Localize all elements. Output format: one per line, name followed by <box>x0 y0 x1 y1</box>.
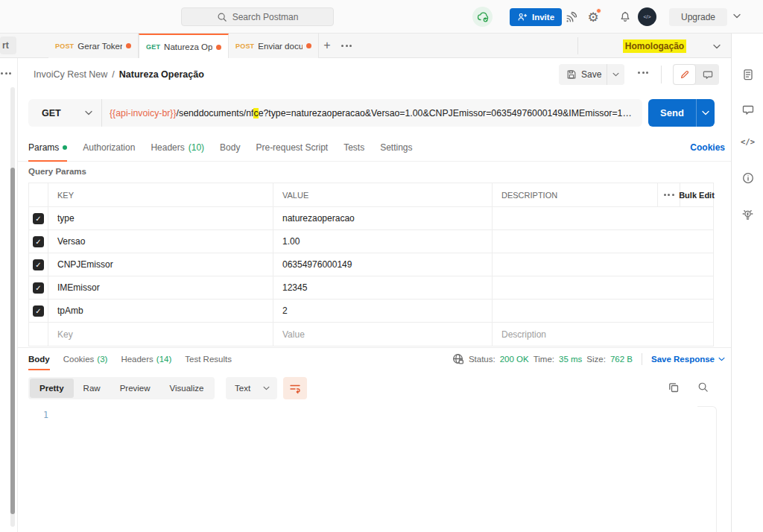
url-row: GET {{api-invoicy-br}}/senddocuments/nfc… <box>18 91 731 134</box>
description-cell[interactable] <box>493 207 713 229</box>
description-cell[interactable] <box>493 300 713 322</box>
global-search[interactable]: Search Postman <box>181 7 334 26</box>
open-request-tabs: POST Gerar Token GET Natureza Operação P… <box>48 34 319 58</box>
api-network-button[interactable] <box>564 10 577 24</box>
tab-pre-request-script[interactable]: Pre-request Script <box>256 134 328 161</box>
chevron-down-icon <box>263 386 270 390</box>
sidebar-more-icon[interactable] <box>1 72 11 75</box>
response-scrollbar-track[interactable] <box>716 412 717 532</box>
key-cell[interactable]: tpAmb <box>48 300 273 322</box>
tab-authorization[interactable]: Authorization <box>83 134 135 161</box>
breadcrumb-collection[interactable]: InvoiCy Rest New <box>34 69 107 80</box>
view-raw[interactable]: Raw <box>74 379 110 398</box>
search-icon <box>217 12 227 22</box>
response-tab-body[interactable]: Body <box>28 348 50 370</box>
value-cell[interactable]: 2 <box>273 300 493 322</box>
postman-app: Search Postman Invite ⚙ <box>0 0 763 532</box>
row-checkbox-empty <box>29 323 48 346</box>
search-response-button[interactable] <box>697 381 709 393</box>
row-checkbox[interactable]: ✓ <box>33 282 44 294</box>
response-tab-test-results[interactable]: Test Results <box>185 348 232 370</box>
comment-mode-button[interactable] <box>696 64 719 85</box>
key-cell[interactable]: Versao <box>48 230 273 253</box>
modified-dot-icon <box>63 145 67 150</box>
bulk-edit-label: Bulk Edit <box>679 191 715 200</box>
send-menu-button[interactable] <box>696 99 715 127</box>
tab-natureza-operacao[interactable]: GET Natureza Operação <box>139 34 229 59</box>
upgrade-label: Upgrade <box>681 12 715 22</box>
view-visualize[interactable]: Visualize <box>160 379 214 398</box>
view-pretty[interactable]: Pretty <box>30 379 74 398</box>
new-tab-button[interactable]: + <box>319 37 335 54</box>
save-button[interactable]: Save <box>559 69 607 80</box>
tab-tests[interactable]: Tests <box>343 134 364 161</box>
row-checkbox[interactable]: ✓ <box>33 259 44 270</box>
chevron-down-icon <box>612 72 619 77</box>
pm-lightbulb-button[interactable] <box>732 209 763 221</box>
tab-label: Body <box>220 142 240 153</box>
tab-enviar-documento[interactable]: POST Enviar document... <box>229 34 319 58</box>
notifications-button[interactable] <box>618 10 632 24</box>
chevron-down-icon <box>85 110 92 115</box>
request-info-button[interactable] <box>732 172 763 184</box>
request-more-actions-button[interactable] <box>638 72 648 74</box>
tab-options-button[interactable] <box>341 45 352 47</box>
tab-gerar-token[interactable]: POST Gerar Token <box>48 34 139 58</box>
settings-button[interactable]: ⚙ <box>586 10 600 24</box>
sidebar-scrollbar-thumb[interactable] <box>10 168 15 514</box>
tab-method: POST <box>235 42 254 50</box>
value-cell[interactable]: 1.00 <box>273 230 493 253</box>
invite-button[interactable]: Invite <box>510 8 562 26</box>
notification-dot <box>596 8 601 13</box>
value-cell[interactable]: 06354976000149 <box>273 253 493 276</box>
response-body-editor[interactable]: 1 <box>18 406 731 532</box>
edit-mode-button[interactable] <box>673 64 696 85</box>
time-value[interactable]: 35 ms <box>559 355 582 364</box>
save-menu-button[interactable] <box>607 64 624 85</box>
tab-body[interactable]: Body <box>220 134 240 161</box>
key-cell[interactable]: CNPJEmissor <box>48 253 273 276</box>
row-checkbox[interactable]: ✓ <box>33 213 44 224</box>
save-response-button[interactable]: Save Response <box>651 355 725 364</box>
tab-params[interactable]: Params <box>28 134 67 161</box>
globe-lock-icon <box>452 353 464 365</box>
upgrade-button[interactable]: Upgrade <box>669 8 727 26</box>
description-cell[interactable] <box>493 230 713 253</box>
method-selector[interactable]: GET <box>28 99 102 127</box>
tab-headers[interactable]: Headers (10) <box>151 134 204 161</box>
description-cell[interactable] <box>493 253 713 276</box>
key-cell[interactable]: IMEmissor <box>48 276 273 299</box>
column-options-button[interactable] <box>657 183 680 206</box>
avatar[interactable]: </> <box>638 7 656 26</box>
code-snippet-button[interactable]: </> <box>732 137 763 146</box>
response-tab-cookies[interactable]: Cookies (3) <box>63 348 108 370</box>
wrap-lines-button[interactable] <box>283 377 307 399</box>
send-button[interactable]: Send <box>648 99 696 127</box>
view-preview[interactable]: Preview <box>110 379 160 398</box>
upgrade-menu-button[interactable] <box>733 13 741 19</box>
key-cell[interactable]: type <box>48 207 273 229</box>
import-button-clipped[interactable]: rt <box>0 37 16 54</box>
row-checkbox[interactable]: ✓ <box>33 305 44 317</box>
value-cell[interactable]: naturezaoperacao <box>273 207 493 229</box>
documentation-button[interactable] <box>732 69 763 81</box>
response-format-selector[interactable]: Text <box>226 377 277 399</box>
sync-status-button[interactable] <box>472 7 493 27</box>
description-cell[interactable] <box>493 276 713 299</box>
bulk-edit-button[interactable]: Bulk Edit <box>680 183 713 206</box>
comments-button[interactable] <box>732 104 763 115</box>
copy-response-button[interactable] <box>668 381 680 393</box>
key-cell[interactable]: Key <box>48 323 273 346</box>
environment-selector[interactable]: Homologação <box>578 34 731 58</box>
value-cell[interactable]: 12345 <box>273 276 493 299</box>
row-checkbox[interactable]: ✓ <box>33 236 44 247</box>
tab-settings[interactable]: Settings <box>380 134 412 161</box>
value-cell[interactable]: Value <box>273 323 493 346</box>
size-value[interactable]: 762 B <box>610 355 633 364</box>
response-tab-headers[interactable]: Headers (14) <box>121 348 171 370</box>
url-input[interactable]: {{api-invoicy-br}}/senddocuments/nfce?ty… <box>102 99 642 127</box>
status-value[interactable]: 200 OK <box>500 355 529 364</box>
url-variable: {{api-invoicy-br}} <box>110 108 177 118</box>
description-cell[interactable]: Description <box>493 323 713 346</box>
cookies-link[interactable]: Cookies <box>690 142 725 153</box>
